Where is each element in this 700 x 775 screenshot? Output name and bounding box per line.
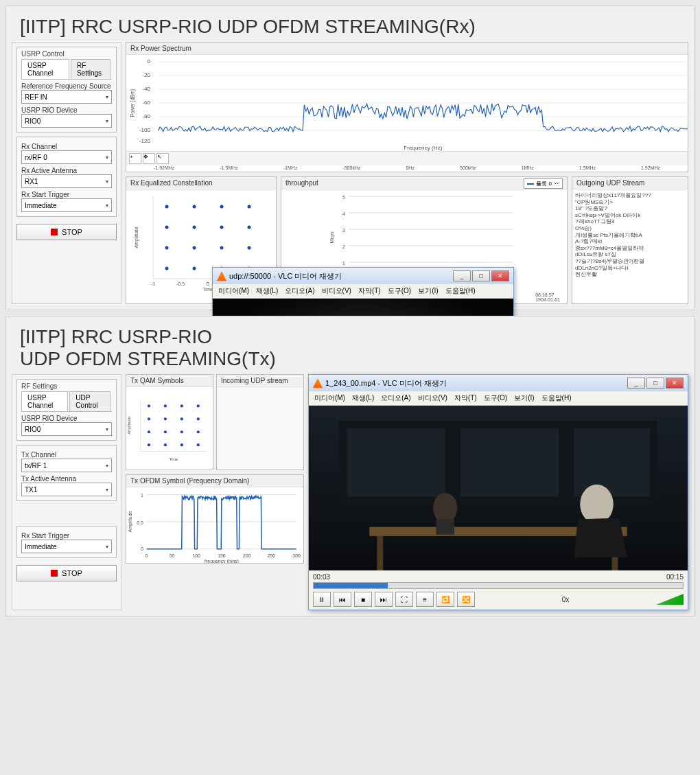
incoming-udp-box: Incoming UDP stream: [216, 374, 304, 470]
svg-point-18: [193, 205, 196, 209]
svg-text:-80: -80: [142, 114, 150, 119]
tx-time-duration: 00:15: [666, 573, 684, 581]
rx-channel-dropdown[interactable]: rx/RF 0: [21, 150, 112, 164]
menu-video[interactable]: 비디오(V): [322, 286, 351, 296]
fullscreen-button[interactable]: ⛶: [395, 592, 413, 607]
rx-stop-button[interactable]: STOP: [16, 224, 117, 240]
svg-text:0: 0: [145, 553, 148, 558]
svg-rect-104: [436, 520, 454, 535]
menu-view[interactable]: 보기(I): [514, 393, 534, 403]
svg-point-77: [197, 443, 200, 446]
menu-subtitle[interactable]: 자막(T): [454, 393, 477, 403]
throughput-legend: 플롯 0〰: [524, 178, 563, 189]
menu-help[interactable]: 도움말(H): [445, 286, 476, 296]
legend-label: 플롯 0: [536, 180, 552, 187]
svg-point-28: [248, 246, 251, 250]
zoom-icon[interactable]: +: [129, 153, 141, 164]
usrp-control-title: USRP Control: [21, 50, 112, 58]
menu-video[interactable]: 비디오(V): [418, 393, 447, 403]
tx-antenna-dropdown[interactable]: TX1: [21, 483, 112, 496]
pan-icon[interactable]: ✥: [143, 153, 155, 164]
menu-audio[interactable]: 오디오(A): [285, 286, 314, 296]
menu-audio[interactable]: 오디오(A): [381, 393, 410, 403]
svg-text:-120: -120: [139, 139, 150, 144]
svg-text:1: 1: [342, 261, 345, 266]
stop-icon: [51, 570, 58, 577]
svg-point-27: [220, 246, 224, 250]
tab-usrp-channel-tx[interactable]: USRP Channel: [21, 391, 68, 411]
tx-device-label: USRP RIO Device: [21, 415, 112, 422]
menu-playback[interactable]: 재생(L): [352, 393, 374, 403]
vlc-titlebar[interactable]: udp://:50000 - VLC 미디어 재생기 _ □ ✕: [213, 268, 513, 284]
svg-point-25: [165, 246, 169, 250]
tab-rf-settings[interactable]: RF Settings: [71, 59, 110, 79]
svg-point-62: [148, 404, 150, 407]
tx-vlc-window[interactable]: 1_243_00.mp4 - VLC 미디어 재생기 _ □ ✕ 미디어(M) …: [308, 374, 688, 610]
maximize-button[interactable]: □: [646, 378, 664, 389]
rx-antenna-dropdown[interactable]: RX1: [21, 174, 112, 188]
xt6: 1MHz: [522, 165, 534, 170]
cursor-icon[interactable]: ↖: [156, 153, 169, 164]
rx-sidebar: USRP Control USRP Channel RF Settings Re…: [12, 42, 121, 304]
ref-freq-dropdown[interactable]: REF IN: [21, 90, 112, 104]
tx-trigger-value: Immediate: [25, 543, 57, 551]
svg-text:0: 0: [148, 59, 151, 65]
loop-button[interactable]: 🔁: [436, 592, 454, 607]
minimize-button[interactable]: _: [627, 378, 645, 389]
tx-charts: Tx QAM Symbols Time Amplitude Incoming U…: [126, 374, 304, 610]
pause-button[interactable]: ⏸: [313, 592, 331, 607]
svg-point-76: [180, 443, 183, 446]
svg-text:-1: -1: [151, 281, 155, 286]
xt3: -500kHz: [342, 165, 360, 170]
menu-tools[interactable]: 도구(O): [484, 393, 507, 403]
tx-device-dropdown[interactable]: RIO0: [21, 422, 112, 436]
tx-channel-dropdown[interactable]: tx/RF 1: [21, 459, 112, 472]
tx-stop-label: STOP: [62, 569, 82, 577]
menu-media[interactable]: 미디어(M): [314, 393, 345, 403]
minimize-button[interactable]: _: [453, 270, 471, 281]
tx-time-current: 00:03: [313, 573, 330, 581]
device-dropdown[interactable]: RIO0: [21, 114, 112, 128]
stop-label: STOP: [62, 228, 82, 236]
menu-help[interactable]: 도움말(H): [541, 393, 572, 403]
close-button[interactable]: ✕: [666, 378, 684, 389]
tx-trigger-dropdown[interactable]: Immediate: [21, 540, 112, 553]
tx-antenna-value: TX1: [25, 486, 37, 494]
tx-channel-value: tx/RF 1: [25, 462, 47, 470]
volume-slider[interactable]: [656, 594, 684, 605]
svg-point-20: [248, 205, 251, 209]
tab-usrp-channel[interactable]: USRP Channel: [21, 59, 69, 79]
svg-point-23: [220, 226, 224, 229]
menu-view[interactable]: 보기(I): [418, 286, 438, 296]
svg-point-70: [148, 430, 150, 433]
svg-text:0: 0: [141, 546, 143, 551]
tx-vlc-seekbar[interactable]: [313, 582, 684, 589]
rx-trigger-dropdown[interactable]: Immediate: [21, 198, 112, 212]
xt4: 0Hz: [406, 165, 414, 170]
settings-button[interactable]: ≡: [416, 592, 434, 607]
maximize-button[interactable]: □: [472, 270, 490, 281]
rx-antenna-label: Rx Active Antenna: [21, 167, 112, 174]
tx-ofdm-chart: Tx OFDM Symbol (Frequency Domain) 1 0.5 …: [126, 474, 304, 564]
menu-media[interactable]: 미디어(M): [218, 286, 249, 296]
tx-speed-label: 0x: [562, 596, 570, 603]
svg-point-71: [164, 430, 167, 433]
stop-button[interactable]: ■: [354, 592, 372, 607]
menu-subtitle[interactable]: 자막(T): [358, 286, 381, 296]
menu-tools[interactable]: 도구(O): [388, 286, 411, 296]
menu-playback[interactable]: 재생(L): [256, 286, 278, 296]
tp-xt1: 08:18:57 1904-01-01: [535, 292, 560, 302]
next-button[interactable]: ⏭: [375, 592, 393, 607]
rf-settings-title: RF Settings: [21, 382, 112, 390]
tx-vlc-video-area: [309, 406, 688, 570]
svg-point-73: [197, 430, 200, 433]
close-button[interactable]: ✕: [491, 270, 509, 281]
ref-freq-value: REF IN: [25, 93, 47, 101]
prev-button[interactable]: ⏮: [334, 592, 351, 607]
tx-vlc-titlebar[interactable]: 1_243_00.mp4 - VLC 미디어 재생기 _ □ ✕: [309, 375, 688, 391]
tab-udp-control[interactable]: UDP Control: [69, 391, 110, 411]
svg-text:-60: -60: [142, 100, 150, 106]
shuffle-button[interactable]: 🔀: [457, 592, 475, 607]
tx-stop-button[interactable]: STOP: [16, 565, 117, 581]
svg-point-63: [164, 404, 167, 407]
